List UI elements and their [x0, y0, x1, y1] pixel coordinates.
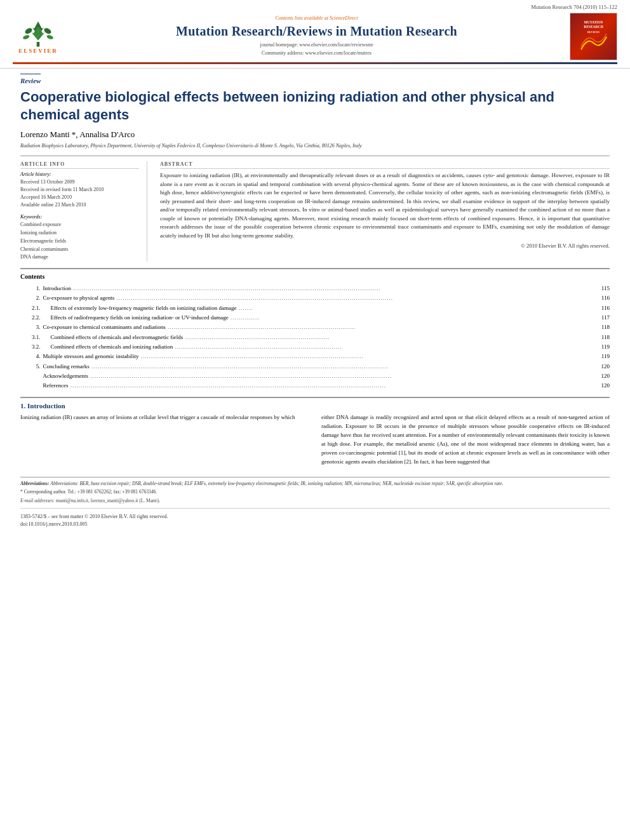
toc-label: Effects of radiofrequency fields on ioni… [43, 313, 591, 323]
toc-row: 2.1. Effects of extremely low-frequency … [20, 303, 610, 313]
accepted-date: Accepted 16 March 2010 [20, 194, 139, 201]
toc-row: 3. Co-exposure to chemical contaminants … [20, 323, 610, 332]
svg-rect-0 [37, 42, 40, 47]
article-content: Review Cooperative biological effects be… [0, 69, 630, 533]
intro-right-col: either DNA damage is readily recognized … [321, 413, 610, 470]
toc-page: 120 [591, 381, 610, 390]
journal-title-center: Contents lists available at ScienceDirec… [64, 15, 570, 58]
toc-label: Co-exposure to chemical contaminants and… [43, 323, 591, 332]
intro-right-para: either DNA damage is readily recognized … [321, 413, 610, 467]
mutation-research-logo: MUTATION RESEARCH REVIEWS [570, 13, 617, 60]
toc-table: 1. Introduction ........................… [20, 284, 610, 390]
article-info-column: ARTICLE INFO Article history: Received 1… [20, 161, 147, 262]
abstract-header: ABSTRACT [160, 161, 610, 169]
elsevier-wordmark: ELSEVIER [18, 48, 58, 54]
article-footer: Abbreviations: Abbreviations: BER, base … [20, 477, 610, 528]
email-addresses: E-mail addresses: manti@na.infn.it, lore… [20, 497, 610, 504]
toc-page: 119 [591, 342, 610, 352]
toc-num: 3.1. [20, 333, 43, 342]
logo-decoration-icon [578, 34, 610, 53]
sciencedirect-name: ScienceDirect [330, 15, 358, 21]
footer-bottom: 1383-5742/$ – see front matter © 2010 El… [20, 508, 610, 528]
section-1-title: 1. Introduction [20, 402, 610, 410]
available-date: Available online 23 March 2010 [20, 201, 139, 209]
journal-main-title: Mutation Research/Reviews in Mutation Re… [70, 23, 563, 39]
elsevier-tree-icon [19, 19, 57, 48]
journal-homepage: journal homepage: www.elsevier.com/locat… [70, 41, 563, 58]
toc-num: 2. [20, 293, 43, 303]
keyword-5: DNA damage [20, 253, 139, 262]
toc-num: 2.2. [20, 313, 43, 323]
toc-num [20, 381, 43, 390]
article-affiliation: Radiation Biophysics Laboratory, Physics… [20, 142, 610, 149]
toc-page: 120 [591, 362, 610, 371]
toc-label: Co-exposure to physical agents .........… [43, 293, 591, 303]
contents-title: Contents [20, 273, 610, 280]
header-divider [13, 62, 617, 64]
toc-label: Introduction ...........................… [43, 284, 591, 293]
toc-page: 116 [591, 303, 610, 313]
toc-label: References .............................… [43, 381, 591, 390]
svg-point-4 [43, 27, 52, 35]
toc-row: Acknowledgements .......................… [20, 371, 610, 381]
revised-date: Received in revised form 11 March 2010 [20, 186, 139, 194]
keywords-label: Keywords: [20, 214, 139, 220]
toc-label: Concluding remarks .....................… [43, 362, 591, 371]
received-date: Received 13 October 2009 [20, 178, 139, 186]
keyword-4: Chemical contaminants [20, 246, 139, 254]
history-label: Article history: [20, 171, 139, 177]
toc-page: 116 [591, 293, 610, 303]
intro-left-col: Ionizing radiation (IR) causes an array … [20, 413, 309, 470]
journal-citation: Mutation Research 704 (2010) 115–122 [13, 4, 617, 10]
toc-row: References .............................… [20, 381, 610, 390]
abstract-copyright: © 2010 Elsevier B.V. All rights reserved… [160, 243, 610, 249]
introduction-section: 1. Introduction Ionizing radiation (IR) … [20, 397, 610, 470]
article-info-header: ARTICLE INFO [20, 161, 139, 169]
toc-page: 119 [591, 352, 610, 361]
toc-num: 5. [20, 362, 43, 371]
toc-page: 120 [591, 371, 610, 381]
article-title: Cooperative biological effects between i… [20, 88, 610, 123]
svg-point-6 [46, 34, 54, 40]
page: Mutation Research 704 (2010) 115–122 ELS… [0, 0, 630, 840]
toc-page: 118 [591, 323, 610, 332]
toc-label: Acknowledgements .......................… [43, 371, 591, 381]
journal-banner: ELSEVIER Contents lists available at Sci… [13, 13, 617, 60]
keyword-3: Electromagnetic fields [20, 237, 139, 246]
corresponding-author: * Corresponding author. Tel.: +39 081 67… [20, 488, 610, 495]
toc-num [20, 371, 43, 381]
toc-page: 115 [591, 284, 610, 293]
article-type: Review [20, 74, 41, 84]
article-history: Article history: Received 13 October 200… [20, 171, 139, 209]
toc-row: 5. Concluding remarks ..................… [20, 362, 610, 371]
toc-label: Effects of extremely low-frequency magne… [43, 303, 591, 313]
toc-label: Combined effects of chemicals and electr… [43, 333, 591, 342]
toc-page: 117 [591, 313, 610, 323]
toc-num: 1. [20, 284, 43, 293]
journal-header: Mutation Research 704 (2010) 115–122 ELS… [0, 0, 630, 69]
toc-row: 2. Co-exposure to physical agents ......… [20, 293, 610, 303]
svg-point-5 [22, 34, 30, 40]
doi-line: doi:10.1016/j.mrrev.2010.03.005 [20, 521, 610, 528]
introduction-text: Ionizing radiation (IR) causes an array … [20, 413, 610, 470]
toc-row: 4. Multiple stressors and genomic instab… [20, 352, 610, 361]
contents-section: Contents 1. Introduction ...............… [20, 268, 610, 390]
svg-point-3 [24, 27, 33, 35]
toc-num: 3. [20, 323, 43, 332]
abbreviations: Abbreviations: Abbreviations: BER, base … [20, 480, 610, 487]
toc-row: 3.1. Combined effects of chemicals and e… [20, 333, 610, 342]
toc-row: 3.2. Combined effects of chemicals and i… [20, 342, 610, 352]
toc-num: 4. [20, 352, 43, 361]
toc-row: 1. Introduction ........................… [20, 284, 610, 293]
keywords-section: Keywords: Combined exposure Ionizing rad… [20, 214, 139, 262]
abstract-body: Exposure to ionizing radiation (IR), at … [160, 171, 610, 240]
toc-row: 2.2. Effects of radiofrequency fields on… [20, 313, 610, 323]
article-authors: Lorenzo Manti *, Annalisa D'Arco [20, 130, 610, 140]
issn-line: 1383-5742/$ – see front matter © 2010 El… [20, 513, 610, 521]
toc-label: Multiple stressors and genomic instabili… [43, 352, 591, 361]
toc-num: 3.2. [20, 342, 43, 352]
article-info-abstract-section: ARTICLE INFO Article history: Received 1… [20, 156, 610, 262]
abstract-column: ABSTRACT Exposure to ionizing radiation … [160, 161, 610, 262]
sciencedirect-line: Contents lists available at ScienceDirec… [70, 15, 563, 21]
toc-label: Combined effects of chemicals and ionizi… [43, 342, 591, 352]
